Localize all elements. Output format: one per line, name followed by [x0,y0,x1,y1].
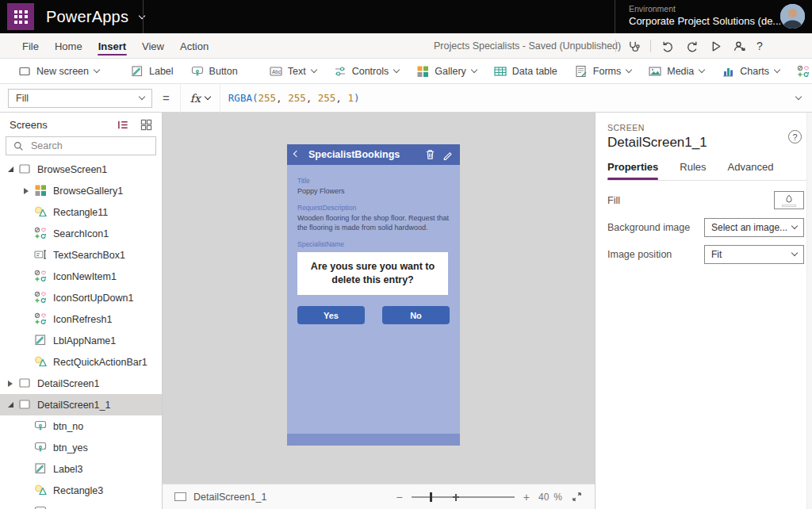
background-image-dropdown[interactable]: Select an image... [704,218,804,237]
zoom-out-icon[interactable]: − [396,492,403,503]
formula-input[interactable]: RGBA(255, 255, 255, 1) [228,92,796,104]
phone-header-bar[interactable]: SpecialistBookings [287,144,460,165]
ribbon-item-data-table[interactable]: Data table [485,59,566,84]
thumbnail-view-icon[interactable] [140,119,152,131]
tree-item-rectangle3[interactable]: Rectangle3 [0,480,162,501]
ribbon-item-button[interactable]: Button [182,59,247,84]
insert-ribbon: New screenLabelButtonAbcTextControlsGall… [0,59,812,84]
ribbon-item-gallery[interactable]: Gallery [408,59,485,84]
design-surface[interactable]: SpecialistBookings TitlePoppy FlowersReq… [163,113,595,484]
tree-item-browsegallery1[interactable]: BrowseGallery1 [0,180,162,201]
image-position-dropdown[interactable]: Fit [704,245,804,264]
avatar[interactable] [780,4,805,29]
phone-field-value[interactable]: Wooden flooring for the shop floor. Requ… [297,213,450,233]
delete-confirmation-dialog[interactable]: Are yous sure you want to delete this en… [297,252,448,295]
ribbon-item-icons[interactable]: Icons [788,59,812,84]
textinput-icon [34,248,48,262]
phone-field-value[interactable]: Poppy Flowers [297,186,450,197]
help-icon[interactable]: ? [756,40,763,52]
tree-item-btn_no[interactable]: btn_no [0,415,162,437]
tab-advanced[interactable]: Advanced [728,161,774,180]
redo-icon[interactable] [685,40,699,53]
phone-field-label[interactable]: SpecialistName [297,240,450,248]
tree-item-rectangle11[interactable]: Rectangle11 [0,201,162,223]
tree-item-partial[interactable] [0,501,162,509]
phone-field-label[interactable]: RequestDescription [297,204,450,212]
tree-item-detailscreen1_1[interactable]: DetailScreen1_1 [0,394,162,415]
zoom-slider-track[interactable] [412,496,515,498]
expander-icon[interactable] [5,166,16,172]
screen-icon [18,398,32,411]
no-button[interactable]: No [382,306,450,324]
ribbon-item-charts[interactable]: Charts [713,59,788,84]
tree-item-iconnewitem1[interactable]: IconNewItem1 [0,266,162,287]
trash-icon[interactable] [425,149,435,160]
menu-item-insert[interactable]: Insert [90,33,134,59]
fill-color-button[interactable] [774,191,804,209]
app-checker-icon[interactable] [626,40,640,53]
phone-field-label[interactable]: Title [297,177,450,185]
panel-help-icon[interactable]: ? [788,130,802,144]
iconset-icon [34,291,48,304]
tree-item-lblappname1[interactable]: LblAppName1 [0,330,162,351]
formula-expand-chevron-icon[interactable] [795,94,802,100]
canvas: SpecialistBookings TitlePoppy FlowersReq… [163,113,595,509]
tree-item-searchicon1[interactable]: SearchIcon1 [0,223,162,244]
ribbon-item-new-screen[interactable]: New screen [10,59,108,84]
menu-item-home[interactable]: Home [47,33,90,59]
ribbon-item-text[interactable]: AbcText [261,59,325,84]
top-app-bar: PowerApps Environment Corporate Project … [0,0,812,33]
phone-screen-preview[interactable]: SpecialistBookings TitlePoppy FlowersReq… [287,144,460,446]
selected-control-name: DetailScreen1_1 [607,135,812,151]
edit-pencil-icon[interactable] [442,150,453,160]
back-icon[interactable] [293,150,300,156]
expander-icon[interactable] [21,188,32,194]
zoom-slider[interactable] [412,491,515,503]
zoom-slider-handle[interactable] [430,492,432,502]
fullscreen-icon[interactable] [571,491,583,503]
undo-icon[interactable] [661,40,675,53]
menu-item-action[interactable]: Action [172,33,216,59]
tree-item-detailscreen1[interactable]: DetailScreen1 [0,373,162,394]
current-screen-name[interactable]: DetailScreen1_1 [193,492,266,503]
media-icon [649,65,661,78]
property-selector[interactable]: Fill [8,89,152,108]
tree-item-btn_yes[interactable]: btn_yes [0,437,162,458]
zoom-level-unit: % [553,492,562,503]
tree-item-label: RectQuickActionBar1 [53,357,147,368]
tab-properties[interactable]: Properties [607,161,658,180]
phone-header-title[interactable]: SpecialistBookings [308,149,418,160]
tree-item-rectquickactionbar1[interactable]: RectQuickActionBar1 [0,351,162,373]
ribbon-item-media[interactable]: Media [640,59,713,84]
tree-item-iconrefresh1[interactable]: IconRefresh1 [0,308,162,330]
ribbon-item-controls[interactable]: Controls [325,59,408,84]
search-input[interactable]: Search [6,136,156,155]
share-person-icon[interactable] [733,40,746,53]
ribbon-item-label: Gallery [435,66,466,77]
phone-footer-bar[interactable] [287,434,460,446]
environment-selector[interactable]: Environment Corporate Project Solutions … [629,4,781,27]
menu-item-file[interactable]: File [14,33,47,59]
zoom-in-icon[interactable]: + [523,492,530,503]
tree-item-textsearchbox1[interactable]: TextSearchBox1 [0,244,162,266]
app-title[interactable]: PowerApps [46,8,144,26]
ribbon-item-forms[interactable]: Forms [566,59,640,84]
screen-icon [174,492,186,501]
waffle-menu-icon[interactable] [7,3,34,30]
expander-icon[interactable] [5,381,16,387]
formula-token: 1 [347,92,354,104]
expander-icon[interactable] [5,402,16,408]
fill-color-swatch [782,205,796,207]
ribbon-item-label[interactable]: Label [122,59,182,84]
chevron-down-icon [774,67,780,73]
play-icon[interactable] [709,40,722,53]
menu-item-view[interactable]: View [134,33,172,59]
tree-item-label3[interactable]: Label3 [0,458,162,480]
tree-item-browsescreen1[interactable]: BrowseScreen1 [0,159,162,180]
fx-button[interactable]: fx [180,84,220,113]
yes-button[interactable]: Yes [297,306,365,324]
tab-rules[interactable]: Rules [680,161,706,180]
tree-view-icon[interactable] [117,119,129,131]
panel-scrollbar[interactable] [806,113,812,509]
tree-item-iconsortupdown1[interactable]: IconSortUpDown1 [0,287,162,308]
